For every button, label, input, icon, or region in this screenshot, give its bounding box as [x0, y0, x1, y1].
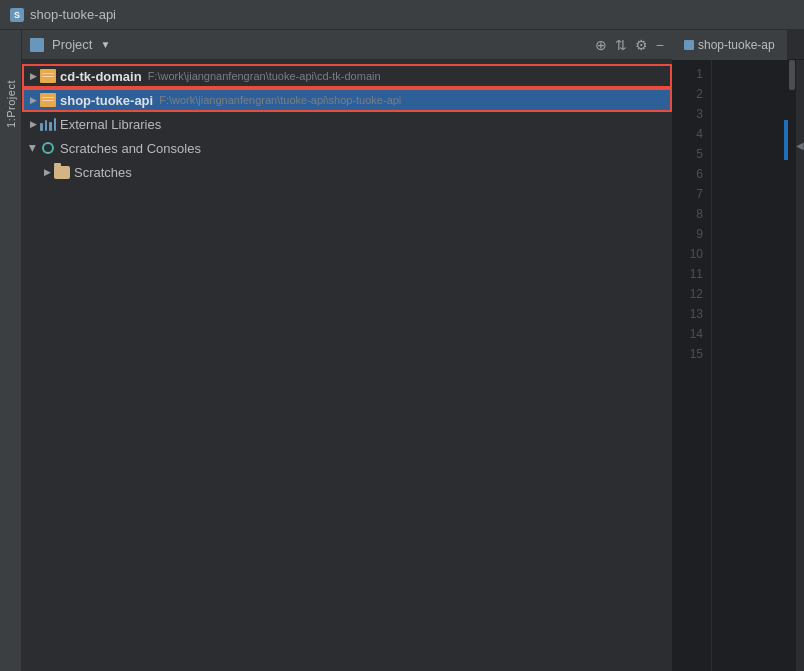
item-name-shop-tuoke-api: shop-tuoke-api	[60, 93, 153, 108]
vertical-tab-label: 1:Project	[5, 80, 17, 128]
editor-tab-icon	[684, 40, 694, 50]
tree-row-external-libraries[interactable]: ▶ External Libraries	[22, 112, 672, 136]
tree-arrow-cd-tk-domain[interactable]: ▶	[26, 69, 40, 83]
gutter-line-5: 5	[696, 144, 703, 164]
tree-row-shop-tuoke-api[interactable]: ▶ shop-tuoke-api F:\work\jiangnanfengran…	[22, 88, 672, 112]
editor-gutter: 1 2 3 4 5 6 7 8 9 10 11 12 13 14 15	[672, 60, 712, 671]
module-icon-cd-tk-domain	[40, 69, 56, 83]
tree-row-scratches-and-consoles[interactable]: ▶ Scratches and Consoles	[22, 136, 672, 160]
title-bar: S shop-tuoke-api	[0, 0, 804, 30]
gutter-line-3: 3	[696, 104, 703, 124]
gutter-line-1: 1	[696, 64, 703, 84]
project-panel: Project ▼ ⊕ ⇅ ⚙ − ▶ cd-tk-domain F:\work…	[22, 30, 672, 671]
editor-tab-bar: shop-tuoke-ap	[672, 30, 804, 60]
app-icon: S	[10, 8, 24, 22]
editor-scrollbar-thumb[interactable]	[789, 60, 795, 90]
gutter-line-12: 12	[690, 284, 703, 304]
item-name-external-libraries: External Libraries	[60, 117, 161, 132]
editor-area: shop-tuoke-ap 1 2 3 4 5 6 7 8 9 10 11 12…	[672, 30, 804, 671]
scratches-icon	[40, 140, 56, 156]
app-title: shop-tuoke-api	[30, 7, 116, 22]
project-toolbar: Project ▼ ⊕ ⇅ ⚙ −	[22, 30, 672, 60]
gutter-line-4: 4	[696, 124, 703, 144]
item-path-cd-tk-domain: F:\work\jiangnanfengran\tuoke-api\cd-tk-…	[148, 70, 381, 82]
tree-arrow-scratches[interactable]: ▶	[40, 165, 54, 179]
editor-scrollbar[interactable]	[788, 60, 796, 671]
gutter-line-7: 7	[696, 184, 703, 204]
project-toolbar-title: Project	[52, 37, 92, 52]
tree-arrow-scratches-and-consoles[interactable]: ▶	[26, 141, 40, 155]
item-path-shop-tuoke-api: F:\work\jiangnanfengran\tuoke-api\shop-t…	[159, 94, 401, 106]
collapse-left-arrow[interactable]: ◀	[796, 140, 804, 151]
collapse-handle: ◀	[796, 60, 804, 671]
item-name-cd-tk-domain: cd-tk-domain	[60, 69, 142, 84]
tree-row-shop-tuoke-api-wrapper: ▶ shop-tuoke-api F:\work\jiangnanfengran…	[22, 88, 672, 112]
project-dropdown-arrow[interactable]: ▼	[100, 39, 110, 50]
toolbar-actions: ⊕ ⇅ ⚙ −	[595, 37, 664, 53]
vertical-project-tab[interactable]: 1:Project	[0, 30, 22, 671]
gutter-line-15: 15	[690, 344, 703, 364]
gutter-line-14: 14	[690, 324, 703, 344]
gutter-line-9: 9	[696, 224, 703, 244]
module-icon-shop-tuoke-api	[40, 93, 56, 107]
tree-row-scratches[interactable]: ▶ Scratches	[22, 160, 672, 184]
project-tree: ▶ cd-tk-domain F:\work\jiangnanfengran\t…	[22, 60, 672, 671]
tree-row-cd-tk-domain[interactable]: ▶ cd-tk-domain F:\work\jiangnanfengran\t…	[22, 64, 672, 88]
main-layout: 1:Project Project ▼ ⊕ ⇅ ⚙ − ▶ cd-tk-doma…	[0, 30, 804, 671]
gutter-line-11: 11	[690, 264, 703, 284]
folder-icon-scratches	[54, 166, 70, 179]
hierarchy-button[interactable]: ⇅	[615, 37, 627, 53]
editor-tab-label: shop-tuoke-ap	[698, 38, 775, 52]
gutter-line-10: 10	[690, 244, 703, 264]
gutter-line-2: 2	[696, 84, 703, 104]
settings-button[interactable]: ⚙	[635, 37, 648, 53]
tree-row-cd-tk-domain-wrapper: ▶ cd-tk-domain F:\work\jiangnanfengran\t…	[22, 64, 672, 88]
editor-tab-shop-tuoke-api[interactable]: shop-tuoke-ap	[672, 30, 788, 60]
editor-body: 1 2 3 4 5 6 7 8 9 10 11 12 13 14 15	[672, 60, 804, 671]
editor-content[interactable]	[712, 60, 788, 671]
gutter-line-8: 8	[696, 204, 703, 224]
gutter-line-13: 13	[690, 304, 703, 324]
item-name-scratches-and-consoles: Scratches and Consoles	[60, 141, 201, 156]
tree-arrow-external-libraries[interactable]: ▶	[26, 117, 40, 131]
minimize-button[interactable]: −	[656, 37, 664, 53]
item-name-scratches: Scratches	[74, 165, 132, 180]
project-module-icon	[30, 38, 44, 52]
tree-arrow-shop-tuoke-api[interactable]: ▶	[26, 93, 40, 107]
gutter-line-6: 6	[696, 164, 703, 184]
library-icon	[40, 118, 56, 131]
globe-button[interactable]: ⊕	[595, 37, 607, 53]
